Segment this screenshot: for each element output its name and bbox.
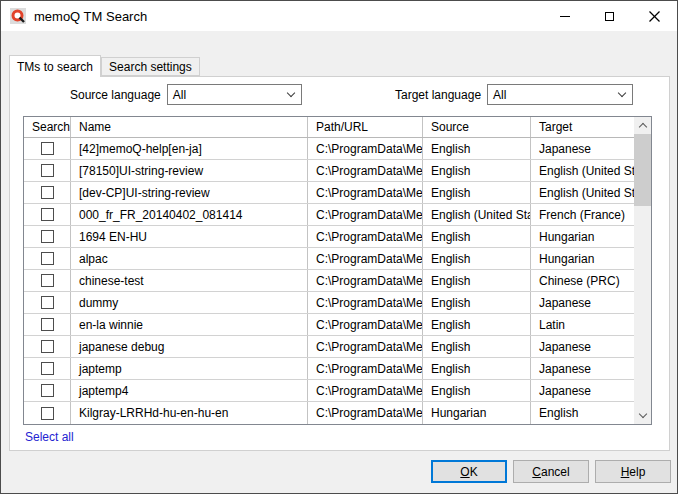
tm-path-cell: C:\ProgramData\Me... [308, 336, 423, 357]
window-title: memoQ TM Search [34, 9, 147, 24]
tm-target-cell: Hungarian [531, 248, 634, 269]
tm-name-cell: dummy [71, 292, 308, 313]
search-cell [24, 182, 71, 203]
row-checkbox[interactable] [41, 252, 54, 265]
ok-button[interactable]: OK [431, 460, 507, 483]
table-row[interactable]: alpacC:\ProgramData\Me...EnglishHungaria… [24, 248, 634, 270]
tm-path-cell: C:\ProgramData\Me... [308, 248, 423, 269]
row-checkbox[interactable] [41, 362, 54, 375]
scroll-up-button[interactable] [634, 117, 651, 134]
row-checkbox[interactable] [41, 340, 54, 353]
table-row[interactable]: 1694 EN-HUC:\ProgramData\Me...EnglishHun… [24, 226, 634, 248]
table-header: Search Name Path/URL Source Target [24, 117, 634, 138]
table-row[interactable]: [42]memoQ-help[en-ja]C:\ProgramData\Me..… [24, 138, 634, 160]
tm-target-cell: French (France) [531, 204, 634, 225]
table-row[interactable]: [78150]UI-string-reviewC:\ProgramData\Me… [24, 160, 634, 182]
column-header-search[interactable]: Search [24, 117, 71, 137]
titlebar: memoQ TM Search [1, 1, 677, 31]
tm-target-cell: Japanese [531, 380, 634, 401]
tm-path-cell: C:\ProgramData\Me... [308, 380, 423, 401]
memoq-tm-search-dialog: memoQ TM Search TMs to search Search set… [0, 0, 678, 494]
tm-path-cell: C:\ProgramData\Me... [308, 314, 423, 335]
tm-path-cell: C:\ProgramData\Me... [308, 226, 423, 247]
target-language-select[interactable]: All [487, 84, 633, 105]
tab-strip: TMs to search Search settings [9, 54, 200, 76]
row-checkbox[interactable] [41, 274, 54, 287]
close-icon [649, 11, 660, 22]
column-header-name[interactable]: Name [71, 117, 308, 137]
scroll-down-button[interactable] [634, 407, 651, 424]
source-language-select[interactable]: All [167, 84, 302, 105]
tm-list-table: Search Name Path/URL Source Target [42]m… [23, 116, 652, 425]
column-header-source[interactable]: Source [423, 117, 531, 137]
tm-path-cell: C:\ProgramData\Me... [308, 402, 423, 424]
close-button[interactable] [632, 1, 677, 31]
column-header-target[interactable]: Target [531, 117, 634, 137]
tm-target-cell: Japanese [531, 358, 634, 379]
tm-name-cell: japtemp [71, 358, 308, 379]
row-checkbox[interactable] [41, 230, 54, 243]
tm-source-cell: English [423, 314, 531, 335]
tm-name-cell: 1694 EN-HU [71, 226, 308, 247]
tm-name-cell: japtemp4 [71, 380, 308, 401]
tm-name-cell: Kilgray-LRRHd-hu-en-hu-en [71, 402, 308, 424]
tm-target-cell: Hungarian [531, 226, 634, 247]
column-header-path[interactable]: Path/URL [308, 117, 423, 137]
tm-name-cell: en-la winnie [71, 314, 308, 335]
tm-path-cell: C:\ProgramData\Me... [308, 292, 423, 313]
row-checkbox[interactable] [41, 208, 54, 221]
table-row[interactable]: chinese-testC:\ProgramData\Me...EnglishC… [24, 270, 634, 292]
select-all-link[interactable]: Select all [25, 430, 74, 444]
search-cell [24, 380, 71, 401]
search-cell [24, 248, 71, 269]
target-language-group: Target language All [395, 84, 633, 105]
search-cell [24, 358, 71, 379]
tm-target-cell: Chinese (PRC) [531, 270, 634, 291]
chevron-down-icon [618, 88, 626, 96]
tab-label: Search settings [109, 60, 192, 74]
chevron-down-icon [638, 410, 646, 418]
tm-target-cell: Latin [531, 314, 634, 335]
maximize-button[interactable] [587, 1, 632, 31]
tm-source-cell: English [423, 226, 531, 247]
row-checkbox[interactable] [41, 407, 54, 420]
row-checkbox[interactable] [41, 186, 54, 199]
tm-path-cell: C:\ProgramData\Me... [308, 182, 423, 203]
chevron-up-icon [638, 123, 646, 131]
table-row[interactable]: [dev-CP]UI-string-reviewC:\ProgramData\M… [24, 182, 634, 204]
maximize-icon [605, 12, 614, 21]
row-checkbox[interactable] [41, 318, 54, 331]
cancel-button[interactable]: Cancel [513, 460, 589, 483]
vertical-scrollbar[interactable] [634, 117, 651, 424]
tm-target-cell: Japanese [531, 336, 634, 357]
ok-button-label: K [470, 465, 478, 479]
table-row[interactable]: dummyC:\ProgramData\Me...EnglishJapanese [24, 292, 634, 314]
table-row[interactable]: japanese debugC:\ProgramData\Me...Englis… [24, 336, 634, 358]
help-button[interactable]: Help [595, 460, 671, 483]
tm-source-cell: English [423, 270, 531, 291]
tab-tms-to-search[interactable]: TMs to search [9, 55, 101, 77]
tm-target-cell: English [531, 402, 634, 424]
table-row[interactable]: japtempC:\ProgramData\Me...EnglishJapane… [24, 358, 634, 380]
row-checkbox[interactable] [41, 296, 54, 309]
row-checkbox[interactable] [41, 384, 54, 397]
search-cell [24, 226, 71, 247]
row-checkbox[interactable] [41, 164, 54, 177]
target-language-label: Target language [395, 88, 481, 102]
source-language-group: Source language All [70, 84, 302, 105]
tab-label: TMs to search [17, 60, 93, 74]
table-row[interactable]: Kilgray-LRRHd-hu-en-hu-enC:\ProgramData\… [24, 402, 634, 424]
search-cell [24, 314, 71, 335]
tm-source-cell: Hungarian [423, 402, 531, 424]
search-cell [24, 292, 71, 313]
tm-source-cell: English [423, 292, 531, 313]
table-row[interactable]: 000_fr_FR_20140402_081414C:\ProgramData\… [24, 204, 634, 226]
table-row[interactable]: en-la winnieC:\ProgramData\Me...EnglishL… [24, 314, 634, 336]
row-checkbox[interactable] [41, 142, 54, 155]
tm-name-cell: [42]memoQ-help[en-ja] [71, 138, 308, 159]
minimize-button[interactable] [542, 1, 587, 31]
scrollbar-thumb[interactable] [634, 134, 651, 206]
tab-search-settings[interactable]: Search settings [101, 57, 200, 76]
table-row[interactable]: japtemp4C:\ProgramData\Me...EnglishJapan… [24, 380, 634, 402]
tm-path-cell: C:\ProgramData\Me... [308, 138, 423, 159]
